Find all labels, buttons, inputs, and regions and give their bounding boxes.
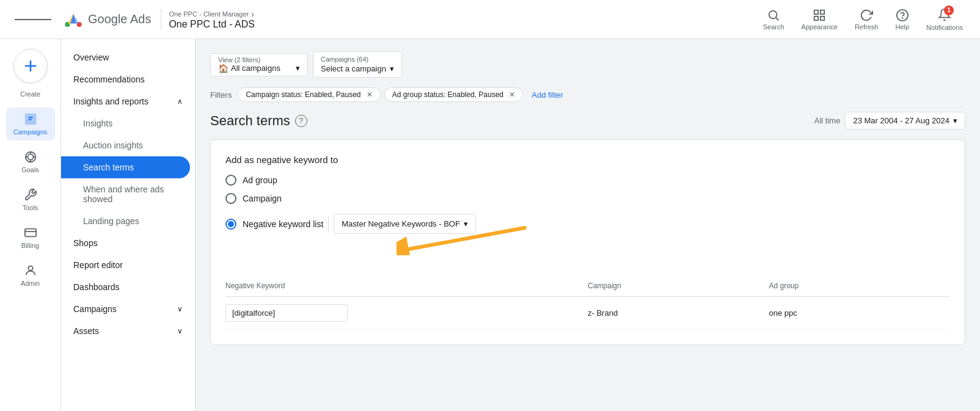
radio-circle-nkl <box>225 219 236 230</box>
svg-rect-6 <box>814 16 818 20</box>
refresh-action[interactable]: Refresh <box>847 4 886 35</box>
left-sidebar: Create Campaigns Goals Tools Billing <box>0 39 61 411</box>
appearance-action[interactable]: Appearance <box>794 4 845 35</box>
chevron-up-icon: ∧ <box>177 97 183 106</box>
radio-ad-group[interactable]: Ad group <box>225 175 950 186</box>
search-action[interactable]: Search <box>756 4 792 35</box>
sidebar-item-admin[interactable]: Admin <box>6 259 55 292</box>
date-range: All time 23 Mar 2004 - 27 Aug 2024 ▾ <box>814 112 965 129</box>
th-negative-keyword: Negative Keyword <box>225 282 588 290</box>
page-title: Search terms <box>210 113 290 129</box>
sidebar-goals-label: Goals <box>21 166 39 173</box>
date-picker[interactable]: 23 Mar 2004 - 27 Aug 2024 ▾ <box>845 112 965 129</box>
notifications-action[interactable]: 1 Notifications <box>919 3 970 36</box>
nkl-row: Negative keyword list Master Negative Ke… <box>225 214 950 234</box>
td-campaign: z- Brand <box>588 308 769 318</box>
filters-label: Filters <box>210 90 232 100</box>
chip-close-icon-2[interactable]: ✕ <box>509 90 515 99</box>
radio-label-campaign: Campaign <box>243 194 282 203</box>
table-header: Negative Keyword Campaign Ad group <box>225 275 950 297</box>
sidebar-item-billing[interactable]: Billing <box>6 221 55 254</box>
campaigns-dropdown-label: Campaigns (64) <box>321 56 394 63</box>
nav-insights[interactable]: Insights <box>61 112 195 134</box>
date-picker-chevron-icon: ▾ <box>953 116 957 125</box>
nav-landing-pages[interactable]: Landing pages <box>61 210 195 232</box>
radio-nkl[interactable]: Negative keyword list <box>225 219 323 230</box>
sidebar-item-goals[interactable]: Goals <box>6 145 55 178</box>
nav-insights-reports-section[interactable]: Insights and reports ∧ <box>61 90 195 112</box>
all-time-label: All time <box>814 116 841 125</box>
svg-rect-7 <box>821 16 824 20</box>
hamburger-menu[interactable] <box>10 12 56 27</box>
filter-chip-adgroup-status[interactable]: Ad group status: Enabled, Paused ✕ <box>384 87 523 102</box>
separator <box>328 217 329 231</box>
google-ads-logo-text: Google Ads <box>88 12 151 26</box>
nav-auction-insights[interactable]: Auction insights <box>61 134 195 156</box>
appearance-icon <box>813 9 826 22</box>
nav-overview[interactable]: Overview <box>61 46 195 68</box>
radio-campaign[interactable]: Campaign <box>225 193 950 204</box>
arrow-annotation <box>397 222 531 255</box>
refresh-label: Refresh <box>855 23 879 31</box>
chevron-down-icon-2: ∨ <box>177 327 183 335</box>
keyword-input[interactable] <box>225 304 348 322</box>
search-label: Search <box>763 23 784 31</box>
billing-icon <box>24 226 37 239</box>
create-button[interactable] <box>13 49 48 83</box>
top-nav-left: Google Ads One PPC - Client Manager › On… <box>10 9 255 30</box>
page-header: Search terms ? All time 23 Mar 2004 - 27… <box>210 112 965 129</box>
svg-rect-5 <box>821 10 824 13</box>
tools-icon <box>24 188 37 202</box>
sidebar-campaigns-label: Campaigns <box>13 128 48 136</box>
radio-group: Ad group Campaign Negative keyword list … <box>225 175 950 234</box>
nav-report-editor[interactable]: Report editor <box>61 254 195 276</box>
th-campaign: Campaign <box>588 282 769 290</box>
goals-icon <box>24 150 37 164</box>
th-ad-group: Ad group <box>769 282 951 290</box>
top-navigation: Google Ads One PPC - Client Manager › On… <box>0 0 980 39</box>
nav-recommendations[interactable]: Recommendations <box>61 68 195 90</box>
filter-chip-campaign-status[interactable]: Campaign status: Enabled, Paused ✕ <box>238 87 380 102</box>
create-label: Create <box>20 90 40 98</box>
radio-label-ad-group: Ad group <box>243 175 277 185</box>
sidebar-tools-label: Tools <box>23 204 38 211</box>
nav-when-where[interactable]: When and where ads showed <box>61 178 195 210</box>
nav-shops[interactable]: Shops <box>61 232 195 254</box>
svg-rect-4 <box>814 10 818 13</box>
svg-line-15 <box>409 228 525 249</box>
search-icon <box>767 9 780 22</box>
notifications-label: Notifications <box>926 24 963 31</box>
card-title: Add as negative keyword to <box>225 155 950 165</box>
campaigns-icon <box>24 112 37 126</box>
radio-circle-ad-group <box>225 175 236 186</box>
nav-campaigns-section[interactable]: Campaigns ∨ <box>61 298 195 320</box>
logo-area: Google Ads One PPC - Client Manager › On… <box>64 9 255 30</box>
plus-icon <box>23 59 38 73</box>
svg-point-13 <box>28 266 32 271</box>
chip-close-icon[interactable]: ✕ <box>367 90 373 99</box>
campaign-placeholder: Select a campaign <box>321 64 386 73</box>
main-layout: Create Campaigns Goals Tools Billing <box>61 39 980 411</box>
admin-icon <box>24 264 37 277</box>
svg-rect-12 <box>24 229 35 237</box>
campaign-dropdown[interactable]: Campaigns (64) Select a campaign ▾ <box>313 51 402 78</box>
td-ad-group: one ppc <box>769 308 951 318</box>
view-dropdown-label: View (2 filters) <box>218 56 300 64</box>
appearance-label: Appearance <box>802 23 838 31</box>
campaign-chevron-icon: ▾ <box>390 64 394 73</box>
sidebar-item-campaigns[interactable]: Campaigns <box>6 107 55 140</box>
sidebar-item-tools[interactable]: Tools <box>6 183 55 216</box>
nav-assets-section[interactable]: Assets ∨ <box>61 320 195 342</box>
main-content: View (2 filters) 🏠 All campaigns ▾ Campa… <box>196 39 980 411</box>
google-ads-logo-icon <box>64 10 83 29</box>
view-dropdown[interactable]: View (2 filters) 🏠 All campaigns ▾ <box>210 53 308 76</box>
help-action[interactable]: Help <box>888 4 916 35</box>
nav-search-terms[interactable]: Search terms <box>61 156 190 178</box>
help-label: Help <box>895 23 909 31</box>
add-filter-button[interactable]: Add filter <box>527 88 568 102</box>
help-circle-icon[interactable]: ? <box>295 115 307 127</box>
nav-dashboards[interactable]: Dashboards <box>61 276 195 298</box>
filter-chips-bar: Filters Campaign status: Enabled, Paused… <box>210 87 965 102</box>
sidebar-admin-label: Admin <box>21 280 40 287</box>
sidebar-billing-label: Billing <box>21 242 39 249</box>
